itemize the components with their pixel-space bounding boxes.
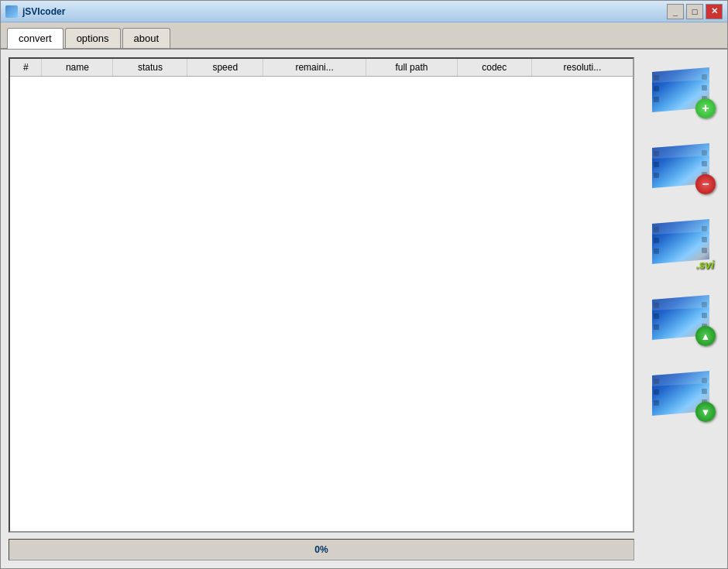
maximize-button[interactable]: □ [686,4,703,19]
move-down-badge: ▼ [695,402,716,422]
svg-rect-11 [654,173,659,178]
col-num: # [10,59,42,77]
move-down-button[interactable]: ▼ [646,361,716,430]
main-window: jSVIcoder _ □ ✕ convert options about [0,0,728,569]
file-table-container[interactable]: # name status speed remaini... full path… [9,57,634,533]
minimize-button[interactable]: _ [667,4,684,19]
add-icon: + [649,66,713,118]
col-resolution: resoluti... [531,59,633,77]
main-content: # name status speed remaini... full path… [1,50,727,568]
convert-svi-button[interactable]: .svi [646,209,716,279]
col-fullpath: full path [366,59,458,77]
move-up-badge: ▲ [695,326,716,346]
tab-about[interactable]: about [122,28,171,48]
tab-convert[interactable]: convert [7,28,64,49]
col-remaining: remaini... [263,59,366,77]
svi-icon: .svi [649,218,713,270]
svg-rect-27 [654,324,659,330]
svg-rect-34 [654,389,659,395]
title-bar: jSVIcoder _ □ ✕ [1,1,727,22]
svg-rect-37 [702,389,707,394]
right-panel: + [642,57,719,560]
col-speed: speed [187,59,263,77]
progress-label: 0% [314,544,328,555]
tab-bar: convert options about [1,22,727,50]
svg-rect-29 [702,313,707,318]
progress-bar-container: 0% [9,539,634,560]
svi-badge: .svi [696,259,714,270]
window-title: jSVIcoder [22,6,65,17]
remove-file-button[interactable]: − [646,133,716,203]
move-up-button[interactable]: ▲ [646,285,716,355]
add-badge: + [695,98,716,118]
col-name: name [42,59,113,77]
window-controls: _ □ ✕ [667,4,723,19]
col-status: status [113,59,187,77]
move-up-icon: ▲ [649,293,713,346]
add-file-button[interactable]: + [646,57,716,127]
app-icon [5,5,18,18]
file-table: # name status speed remaini... full path… [10,59,633,77]
svg-rect-22 [702,248,707,253]
close-button[interactable]: ✕ [706,4,723,19]
svg-rect-5 [702,85,707,91]
svg-rect-10 [654,162,659,167]
svg-rect-13 [702,161,707,166]
svg-rect-2 [654,86,659,91]
svg-rect-35 [654,400,659,406]
title-bar-left: jSVIcoder [5,5,65,18]
svg-rect-21 [702,237,707,242]
remove-icon: − [649,142,713,194]
remove-badge: − [695,174,716,194]
table-header-row: # name status speed remaini... full path… [10,59,633,77]
left-panel: # name status speed remaini... full path… [9,57,634,560]
svg-rect-3 [654,97,659,102]
move-down-icon: ▼ [649,369,713,422]
svg-rect-18 [654,238,659,243]
svg-rect-19 [654,249,659,254]
svg-rect-26 [654,314,659,319]
tab-options[interactable]: options [65,28,121,48]
col-codec: codec [457,59,531,77]
